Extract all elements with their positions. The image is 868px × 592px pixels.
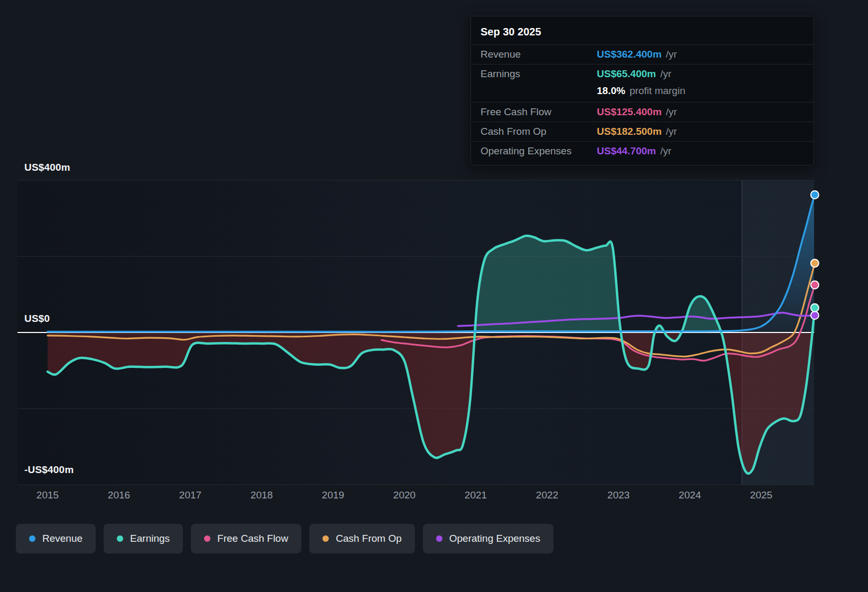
earnings-color-dot-icon — [117, 535, 123, 542]
tooltip-row-free-cash-flow: Free Cash FlowUS$125.400m/yr — [471, 102, 814, 122]
x-axis-label-2018: 2018 — [236, 489, 287, 501]
y-axis-label-top: US$400m — [24, 162, 70, 173]
free-cash-flow-color-dot-icon — [204, 535, 210, 542]
tooltip-row-suffix: /yr — [660, 68, 671, 80]
x-axis-label-2020: 2020 — [379, 489, 430, 501]
tooltip-row-value: US$362.400m — [597, 49, 662, 60]
tooltip-row-cash-from-op: Cash From OpUS$182.500m/yr — [471, 122, 814, 141]
legend-item-revenue[interactable]: Revenue — [16, 524, 96, 553]
tooltip-row-earnings: EarningsUS$65.400m/yr — [471, 64, 814, 84]
tooltip-row-revenue: RevenueUS$362.400m/yr — [471, 44, 814, 64]
x-axis-label-2016: 2016 — [94, 489, 144, 501]
legend-item-label: Free Cash Flow — [217, 533, 288, 544]
tooltip-row-label: Earnings — [481, 68, 597, 80]
tooltip-row-operating-expenses: Operating ExpensesUS$44.700m/yr — [471, 141, 814, 161]
tooltip-date: Sep 30 2025 — [471, 20, 814, 44]
legend-item-label: Cash From Op — [336, 533, 402, 544]
x-axis-label-2019: 2019 — [308, 489, 358, 501]
x-axis-label-2022: 2022 — [522, 489, 572, 501]
revenue-color-dot-icon — [29, 535, 35, 542]
tooltip-row-suffix: /yr — [666, 106, 677, 118]
x-axis-label-2024: 2024 — [664, 489, 715, 501]
legend-item-label: Earnings — [130, 533, 170, 544]
tooltip-rows: RevenueUS$362.400m/yrEarningsUS$65.400m/… — [471, 44, 814, 161]
tooltip-row-suffix: /yr — [666, 126, 677, 137]
x-axis-label-2025: 2025 — [736, 489, 787, 501]
tooltip-row-label: Cash From Op — [481, 126, 597, 137]
x-axis-label-2021: 2021 — [450, 489, 501, 501]
tooltip-row-profit-margin: 18.0%profit margin — [471, 84, 814, 102]
legend-item-label: Operating Expenses — [449, 533, 540, 544]
x-axis-label-2017: 2017 — [165, 489, 216, 501]
chart-legend: RevenueEarningsFree Cash FlowCash From O… — [16, 524, 553, 553]
financial-history-page: US$400m US$0 -US$400m 201520162017201820… — [0, 0, 868, 592]
tooltip-row-suffix: /yr — [660, 145, 671, 157]
tooltip-row-value: US$125.400m — [597, 106, 662, 118]
y-axis-label-bottom: -US$400m — [24, 464, 73, 476]
x-axis-label-2023: 2023 — [593, 489, 644, 501]
tooltip-row-value: US$182.500m — [597, 126, 662, 137]
series-endpoint-dot-revenue — [811, 191, 819, 199]
y-axis-label-zero: US$0 — [24, 313, 50, 325]
series-endpoint-dot-earnings — [811, 304, 819, 312]
legend-item-operating-expenses[interactable]: Operating Expenses — [423, 524, 553, 553]
tooltip-row-label: Free Cash Flow — [481, 106, 597, 118]
tooltip-row-suffix: profit margin — [630, 85, 686, 97]
legend-item-label: Revenue — [42, 533, 82, 544]
tooltip-row-value: US$65.400m — [597, 68, 656, 80]
tooltip-row-suffix: /yr — [666, 49, 677, 60]
tooltip-row-value: 18.0% — [597, 85, 625, 97]
legend-item-free-cash-flow[interactable]: Free Cash Flow — [191, 524, 301, 553]
series-endpoint-dot-cash-from-op — [811, 260, 819, 267]
x-axis-label-2015: 2015 — [22, 489, 73, 501]
tooltip-row-label: Operating Expenses — [481, 145, 597, 157]
tooltip-row-value: US$44.700m — [597, 145, 656, 157]
legend-item-earnings[interactable]: Earnings — [104, 524, 183, 553]
operating-expenses-color-dot-icon — [436, 535, 442, 542]
series-endpoint-dot-free-cash-flow — [811, 281, 819, 289]
tooltip-row-label: Revenue — [481, 49, 597, 60]
series-endpoint-dot-operating-expenses — [811, 311, 819, 319]
chart-tooltip: Sep 30 2025 RevenueUS$362.400m/yrEarning… — [470, 16, 814, 165]
legend-item-cash-from-op[interactable]: Cash From Op — [309, 524, 415, 553]
cash-from-op-color-dot-icon — [322, 535, 329, 542]
